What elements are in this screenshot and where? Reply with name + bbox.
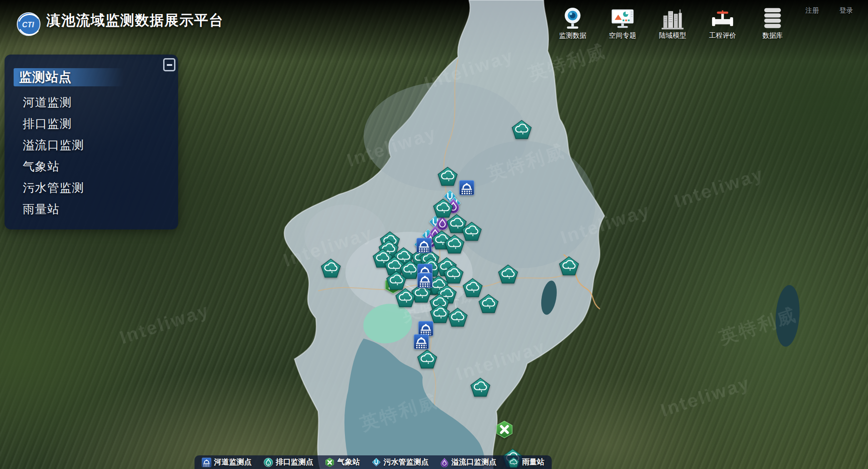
monitoring-stations-panel: 监测站点 河道监测排口监测溢流口监测气象站污水管监测雨量站: [5, 55, 178, 230]
marker-rain[interactable]: [438, 167, 458, 186]
rain-marker-icon: [479, 294, 499, 313]
rain-marker-icon: [321, 259, 341, 278]
panel-title: 监测站点: [14, 69, 72, 86]
legend-river[interactable]: 河道监测点: [202, 457, 252, 467]
marker-rain[interactable]: [498, 264, 518, 284]
nav-land-model[interactable]: 陆域模型: [653, 5, 692, 40]
nav-spatial-themes[interactable]: 空间专题: [604, 5, 642, 40]
river-legend-icon: [202, 458, 211, 467]
nav-label: 数据库: [763, 31, 783, 40]
logo-text: CTI: [22, 20, 35, 29]
panel-minimize-button[interactable]: [163, 58, 175, 71]
panel-item-5[interactable]: 雨量站: [23, 199, 178, 220]
panel-item-3[interactable]: 气象站: [23, 156, 178, 177]
panel-item-0[interactable]: 河道监测: [23, 92, 178, 113]
legend-label: 污水管监测点: [384, 457, 429, 467]
monitor-chart-icon: [611, 5, 634, 31]
legend-label: 排口监测点: [276, 457, 314, 467]
marker-rain[interactable]: [444, 234, 464, 254]
nav-label: 监测数据: [559, 31, 586, 40]
marker-rain[interactable]: [321, 259, 341, 278]
nav-label: 空间专题: [609, 31, 636, 40]
legend-rain[interactable]: 雨量站: [508, 457, 544, 468]
panel-item-1[interactable]: 排口监测: [23, 113, 178, 135]
rain-marker-icon: [462, 222, 482, 241]
nav-database[interactable]: 数据库: [753, 5, 792, 40]
legend-outfall[interactable]: 排口监测点: [264, 457, 314, 467]
rain-marker-icon: [444, 234, 464, 254]
legend-weather[interactable]: 气象站: [325, 457, 360, 467]
minus-square-icon: [167, 64, 172, 66]
nav-label: 陆域模型: [659, 31, 686, 40]
rain-marker-icon: [470, 378, 490, 397]
nav-project-evaluation[interactable]: 工程评价: [703, 5, 742, 40]
marker-rain[interactable]: [559, 256, 579, 275]
database-icon: [761, 5, 784, 31]
marker-rain[interactable]: [479, 294, 499, 313]
page-title: 滇池流域监测数据展示平台: [46, 11, 224, 30]
marker-rain[interactable]: [448, 308, 468, 327]
panel-item-list: 河道监测排口监测溢流口监测气象站污水管监测雨量站: [5, 92, 178, 220]
login-link[interactable]: 登录: [839, 6, 853, 15]
overflow-legend-icon: [440, 458, 449, 467]
panel-item-2[interactable]: 溢流口监测: [23, 135, 178, 156]
marker-rain[interactable]: [430, 304, 450, 323]
marker-river[interactable]: [417, 273, 433, 288]
register-link[interactable]: 注册: [805, 6, 819, 15]
marker-rain[interactable]: [512, 120, 532, 139]
rain-marker-icon: [512, 120, 532, 139]
marker-river[interactable]: [414, 334, 429, 349]
cti-logo-icon: CTI: [16, 12, 41, 36]
river-marker-icon: [417, 273, 433, 288]
rain-marker-icon: [559, 256, 579, 275]
legend-sewage[interactable]: 污水管监测点: [372, 457, 429, 467]
rain-legend-icon: [508, 457, 519, 468]
marker-rain[interactable]: [462, 222, 482, 241]
rain-marker-icon: [395, 288, 415, 307]
rain-marker-icon: [498, 264, 518, 284]
legend-overflow[interactable]: 溢流口监测点: [440, 457, 496, 467]
marker-rain[interactable]: [386, 271, 406, 290]
top-bar: CTI 滇池流域监测数据展示平台 监测数据空间专题陆域模型工程评价数据库 注册 …: [0, 0, 868, 50]
panel-item-4[interactable]: 污水管监测: [23, 177, 178, 199]
marker-rain[interactable]: [395, 288, 415, 307]
rain-marker-icon: [438, 167, 458, 186]
river-marker-icon: [416, 238, 432, 253]
weather-legend-icon: [325, 458, 334, 467]
panel-header: 监测站点: [14, 68, 124, 86]
webcam-icon: [561, 5, 584, 31]
rain-marker-icon: [417, 349, 437, 369]
weather-marker-icon: [495, 420, 514, 439]
rain-marker-icon: [430, 304, 450, 323]
river-marker-icon: [414, 334, 429, 349]
marker-river[interactable]: [459, 180, 474, 195]
map-canvas[interactable]: Inteliway英特利威Inteliway英特利威InteliwayIntel…: [0, 0, 868, 469]
sewage-legend-icon: [372, 458, 381, 467]
main-nav: 监测数据空间专题陆域模型工程评价数据库: [554, 2, 792, 40]
rain-marker-icon: [386, 271, 406, 290]
legend-label: 气象站: [337, 457, 360, 467]
map-legend: 河道监测点排口监测点气象站污水管监测点溢流口监测点雨量站: [195, 455, 552, 469]
outfall-legend-icon: [264, 458, 273, 467]
nav-monitoring-data[interactable]: 监测数据: [554, 5, 592, 40]
rain-marker-icon: [448, 308, 468, 327]
marker-rain[interactable]: [417, 349, 437, 369]
legend-label: 雨量站: [522, 457, 544, 467]
legend-label: 溢流口监测点: [451, 457, 496, 467]
marker-weather[interactable]: [495, 420, 514, 439]
legend-label: 河道监测点: [214, 457, 252, 467]
marker-rain[interactable]: [470, 378, 490, 397]
marker-river[interactable]: [416, 238, 432, 253]
river-marker-icon: [459, 180, 474, 195]
buildings-icon: [661, 5, 684, 31]
valve-icon: [711, 5, 734, 31]
nav-label: 工程评价: [709, 31, 736, 40]
